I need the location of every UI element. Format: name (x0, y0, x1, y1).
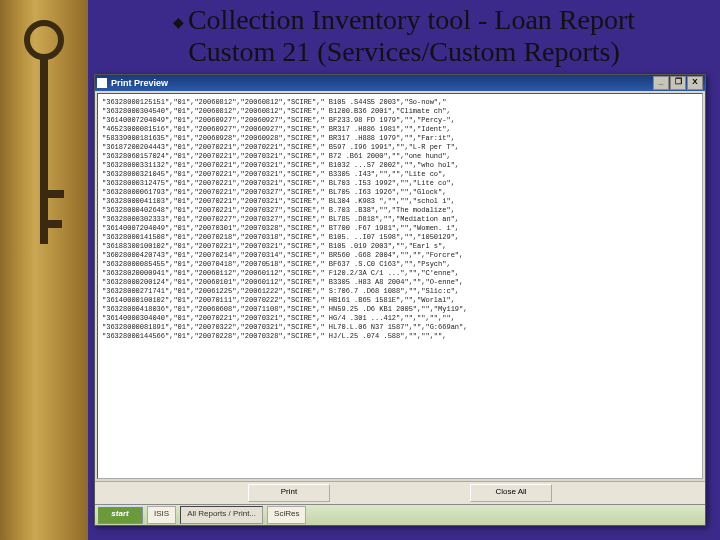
taskbar-item[interactable]: ISIS (147, 506, 176, 524)
taskbar-item[interactable]: All Reports / Print... (180, 506, 263, 524)
content-area: ◆Collection Inventory tool - Loan Report… (88, 0, 720, 540)
taskbar: start ISIS All Reports / Print... SciRes (95, 504, 705, 525)
taskbar-item[interactable]: SciRes (267, 506, 306, 524)
maximize-button[interactable]: ❐ (670, 76, 686, 90)
minimize-button[interactable]: _ (653, 76, 669, 90)
title-line-1: Collection Inventory tool - Loan Report (188, 4, 635, 35)
title-line-2: Custom 21 (Services/Custom Reports) (188, 36, 620, 67)
close-button[interactable]: X (687, 76, 703, 90)
report-body: "36328000125151","01","20060812","200608… (97, 93, 703, 479)
print-preview-window: Print Preview _ ❐ X "36328000125151","01… (94, 74, 706, 526)
side-key-image (0, 0, 88, 540)
start-button[interactable]: start (97, 506, 143, 524)
window-title: Print Preview (111, 78, 168, 88)
slide-title: ◆Collection Inventory tool - Loan Report… (98, 4, 710, 68)
button-bar: Print Close All (95, 481, 705, 504)
close-all-button[interactable]: Close All (470, 484, 552, 502)
bullet-icon: ◆ (173, 15, 184, 30)
print-button[interactable]: Print (248, 484, 330, 502)
app-icon (97, 78, 107, 88)
key-graphic (24, 20, 64, 280)
slide: ◆Collection Inventory tool - Loan Report… (0, 0, 720, 540)
window-titlebar[interactable]: Print Preview _ ❐ X (95, 75, 705, 91)
